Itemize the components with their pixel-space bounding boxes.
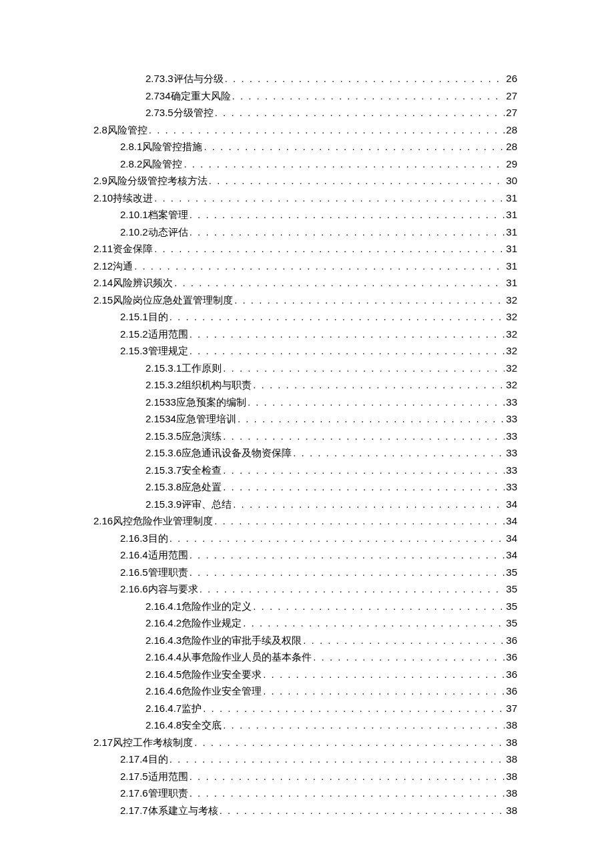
toc-title: 资金保障 — [113, 240, 153, 258]
toc-number: 2.17.4 — [120, 751, 148, 768]
toc-entry[interactable]: 2.1534 应急管理培训33 — [93, 410, 517, 428]
toc-entry[interactable]: 2.16 风控危险作业管理制度34 — [93, 512, 517, 530]
toc-entry[interactable]: 2.16.6 内容与要求35 — [93, 580, 517, 598]
toc-entry[interactable]: 2.10 持续改进31 — [93, 189, 517, 207]
toc-entry[interactable]: 2.73.3 评估与分级26 — [93, 70, 517, 87]
toc-entry[interactable]: 2.15.3 管理规定32 — [93, 342, 517, 360]
toc-entry[interactable]: 2.11 资金保障31 — [93, 240, 517, 258]
toc-entry[interactable]: 2.15.3.9 评审、总结34 — [93, 496, 517, 513]
toc-number: 2.1534 — [145, 410, 176, 428]
toc-entry[interactable]: 2.15.3.6 应急通讯设备及物资保障33 — [93, 444, 517, 462]
toc-entry[interactable]: 2.10.2 动态评估31 — [93, 224, 517, 241]
toc-entry[interactable]: 2.17.7 体系建立与考核38 — [93, 802, 517, 819]
toc-entry[interactable]: 2.16.4.7 监护37 — [93, 700, 517, 717]
toc-number: 2.15.2 — [120, 326, 148, 343]
toc-number: 2.10 — [93, 189, 113, 207]
toc-page-number: 35 — [506, 564, 517, 581]
toc-entry[interactable]: 2.15.3.2 组织机构与职责32 — [93, 376, 517, 394]
toc-leader-dots — [134, 258, 505, 275]
toc-entry[interactable]: 2.17.6 管理职责38 — [93, 785, 517, 802]
toc-leader-dots — [190, 768, 505, 785]
toc-entry[interactable]: 2.8.2 风险管控29 — [93, 155, 517, 173]
toc-leader-dots — [223, 462, 505, 479]
toc-entry[interactable]: 2.1533 应急预案的编制33 — [93, 394, 517, 411]
toc-number: 2.16.4.5 — [145, 666, 182, 683]
toc-entry[interactable]: 2.734 确定重大风险27 — [93, 87, 517, 105]
toc-entry[interactable]: 2.15.1 目的32 — [93, 308, 517, 326]
toc-number: 2.73.3 — [145, 70, 174, 87]
toc-entry[interactable]: 2.16.4.5 危险作业安全要求36 — [93, 666, 517, 683]
toc-entry[interactable]: 2.8 风险管控28 — [93, 121, 517, 139]
toc-page: 2.73.3 评估与分级262.734 确定重大风险272.73.5 分级管控2… — [0, 0, 614, 868]
toc-leader-dots — [174, 274, 505, 292]
toc-page-number: 31 — [506, 189, 517, 207]
toc-page-number: 28 — [506, 121, 517, 139]
toc-entry[interactable]: 2.16.4.1 危险作业的定义35 — [93, 598, 517, 615]
toc-title: 持续改进 — [113, 189, 153, 207]
toc-page-number: 33 — [506, 428, 517, 445]
toc-entry[interactable]: 2.15.3.1 工作原则32 — [93, 360, 517, 377]
toc-entry[interactable]: 2.17.4 目的38 — [93, 751, 517, 768]
toc-leader-dots — [203, 700, 505, 717]
toc-number: 2.10.2 — [120, 224, 148, 241]
toc-number: 2.9 — [93, 172, 107, 189]
toc-leader-dots — [170, 751, 505, 768]
toc-page-number: 32 — [506, 342, 517, 360]
toc-title: 危险作业安全管理 — [182, 683, 262, 700]
toc-page-number: 35 — [506, 614, 517, 632]
toc-entry[interactable]: 2.14 风险辨识频次31 — [93, 274, 517, 292]
toc-entry[interactable]: 2.16.4 适用范围34 — [93, 546, 517, 564]
toc-title: 适用范围 — [148, 326, 188, 343]
toc-number: 2.16.4.8 — [145, 717, 182, 734]
toc-entry[interactable]: 2.16.4.3 危险作业的审批手续及权限36 — [93, 632, 517, 649]
toc-number: 2.734 — [145, 87, 171, 105]
toc-entry[interactable]: 2.16.4.6 危险作业安全管理36 — [93, 683, 517, 700]
toc-number: 2.16.4.7 — [145, 700, 182, 717]
toc-entry[interactable]: 2.15.3.8 应急处置33 — [93, 478, 517, 496]
toc-number: 2.11 — [93, 240, 113, 258]
toc-entry[interactable]: 2.17.5 适用范围38 — [93, 768, 517, 785]
toc-entry[interactable]: 2.15.3.5 应急演练33 — [93, 428, 517, 445]
toc-number: 2.15.3 — [120, 342, 148, 360]
toc-number: 2.16.4.1 — [145, 598, 182, 615]
toc-page-number: 31 — [506, 258, 517, 275]
toc-leader-dots — [223, 428, 505, 445]
toc-leader-dots — [209, 172, 505, 189]
toc-number: 2.17.5 — [120, 768, 148, 785]
toc-number: 2.17.7 — [120, 802, 148, 819]
toc-number: 2.16.6 — [120, 580, 148, 598]
toc-number: 2.15.3.2 — [145, 376, 182, 394]
toc-title: 动态评估 — [148, 224, 188, 241]
toc-entry[interactable]: 2.16.4.8 安全交底38 — [93, 717, 517, 734]
toc-entry[interactable]: 2.9 风险分级管控考核方法30 — [93, 172, 517, 189]
toc-entry[interactable]: 2.16.3 目的34 — [93, 530, 517, 547]
toc-number: 2.16.4.2 — [145, 614, 182, 632]
toc-title: 应急演练 — [182, 428, 222, 445]
toc-entry[interactable]: 2.16.5 管理职责35 — [93, 564, 517, 581]
toc-entry[interactable]: 2.10.1 档案管理31 — [93, 206, 517, 224]
toc-page-number: 27 — [506, 104, 517, 121]
toc-entry[interactable]: 2.16.4.2 危险作业规定35 — [93, 614, 517, 632]
toc-entry[interactable]: 2.8.1 风险管控措施28 — [93, 138, 517, 155]
toc-leader-dots — [190, 546, 505, 564]
toc-leader-dots — [293, 444, 505, 462]
toc-leader-dots — [215, 104, 505, 121]
toc-title: 风险管控措施 — [142, 138, 202, 155]
toc-entry[interactable]: 2.15.2 适用范围32 — [93, 326, 517, 343]
toc-page-number: 33 — [506, 462, 517, 479]
toc-entry[interactable]: 2.17 风控工作考核制度38 — [93, 734, 517, 751]
toc-number: 2.15 — [93, 292, 113, 309]
toc-leader-dots — [313, 648, 505, 666]
toc-entry[interactable]: 2.12 沟通31 — [93, 258, 517, 275]
toc-title: 风控工作考核制度 — [113, 734, 193, 751]
toc-leader-dots — [238, 410, 505, 428]
toc-entry[interactable]: 2.15.3.7 安全检查33 — [93, 462, 517, 479]
toc-entry[interactable]: 2.73.5 分级管控27 — [93, 104, 517, 121]
toc-leader-dots — [170, 530, 505, 547]
toc-title: 应急处置 — [182, 478, 222, 496]
toc-entry[interactable]: 2.16.4.4 从事危险作业人员的基本条件36 — [93, 648, 517, 666]
toc-leader-dots — [190, 224, 505, 241]
toc-page-number: 38 — [506, 751, 517, 768]
toc-entry[interactable]: 2.15 风险岗位应急处置管理制度32 — [93, 292, 517, 309]
toc-number: 2.1533 — [145, 394, 176, 411]
